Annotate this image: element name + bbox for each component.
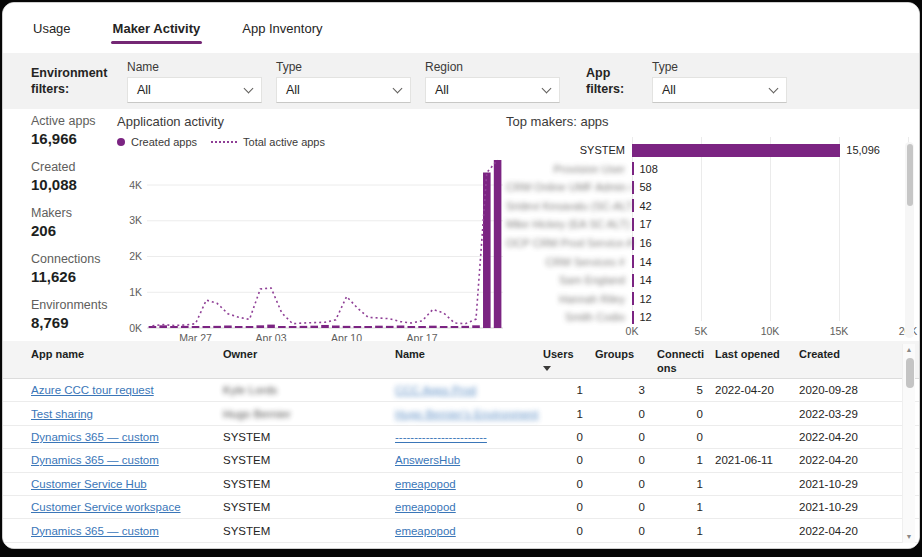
app-name-link[interactable]: Azure CCC tour request — [31, 384, 154, 396]
app-name-link[interactable]: Customer Service Hub — [31, 478, 147, 490]
created-apps-bar[interactable] — [343, 326, 351, 328]
maker-bar[interactable] — [632, 144, 840, 157]
created-apps-bar[interactable] — [278, 326, 286, 328]
app-name-link[interactable]: Test sharing — [31, 408, 93, 420]
created-apps-bar[interactable] — [300, 326, 308, 328]
connections-cell: 0 — [657, 431, 715, 443]
maker-bar[interactable] — [632, 292, 634, 305]
created-apps-bar[interactable] — [483, 173, 491, 328]
scroll-up-icon[interactable]: ▲ — [903, 344, 915, 356]
environment-type-dropdown[interactable]: All — [276, 77, 411, 103]
environment-region-dropdown[interactable]: All — [425, 77, 560, 103]
maker-row: CRM Services #14 — [506, 253, 910, 271]
maker-bar[interactable] — [632, 162, 634, 175]
created-apps-bar[interactable] — [354, 326, 362, 328]
app-type-dropdown[interactable]: All — [652, 77, 787, 103]
maker-bar[interactable] — [632, 255, 634, 268]
column-header-connections[interactable]: Connections — [657, 348, 715, 376]
created-apps-bar[interactable] — [235, 326, 243, 328]
created-apps-bar[interactable] — [224, 325, 232, 328]
tab-maker-activity[interactable]: Maker Activity — [111, 7, 203, 50]
kpi-panel: Active apps16,966Created10,088Makers206C… — [31, 114, 115, 344]
table-scrollbar[interactable]: ▲ ▼ — [902, 344, 915, 543]
created-apps-bar[interactable] — [364, 326, 372, 328]
environment-name-link[interactable]: emeapopod — [395, 525, 456, 537]
column-header-users[interactable]: Users — [543, 348, 595, 371]
environment-name-link[interactable]: AnswersHub — [395, 454, 460, 466]
column-header-last-opened[interactable]: Last opened — [715, 348, 799, 362]
tab-app-inventory[interactable]: App Inventory — [240, 7, 324, 50]
maker-bar[interactable] — [632, 274, 634, 287]
chevron-down-icon — [244, 83, 254, 93]
scroll-down-icon[interactable]: ▼ — [903, 531, 915, 543]
created-apps-bar[interactable] — [429, 326, 437, 328]
table-scroll-thumb[interactable] — [906, 358, 914, 388]
legend-created-apps-label: Created apps — [131, 136, 197, 148]
maker-bar[interactable] — [632, 181, 634, 194]
maker-bar[interactable] — [632, 311, 634, 324]
activity-chart-svg: 0K1K2K3K4KMar 27Apr 03Apr 10Apr 17 — [117, 154, 507, 346]
app-name-cell: Dynamics 365 — custom — [31, 454, 223, 466]
created-apps-bar[interactable] — [472, 325, 480, 328]
created-apps-bar[interactable] — [181, 326, 189, 328]
created-apps-bar[interactable] — [418, 326, 426, 328]
column-header-app-name[interactable]: App name — [31, 348, 223, 362]
created-apps-bar[interactable] — [246, 326, 254, 328]
app-name-link[interactable]: Customer Service workspace — [31, 501, 181, 513]
last-opened-cell: 2022-04-20 — [715, 384, 799, 396]
top-makers-scroll-thumb[interactable] — [907, 144, 913, 206]
environment-name-link[interactable]: Hugo Bernier's Environment — [395, 408, 538, 420]
maker-bar-value: 108 — [640, 163, 658, 175]
app-name-link[interactable]: Dynamics 365 — custom — [31, 431, 159, 443]
tab-usage[interactable]: Usage — [31, 7, 73, 50]
created-apps-bar[interactable] — [375, 326, 383, 328]
groups-cell: 0 — [595, 525, 657, 537]
kpi-active-apps: Active apps16,966 — [31, 114, 115, 147]
column-header-groups[interactable]: Groups — [595, 348, 657, 362]
column-header-created[interactable]: Created — [799, 348, 893, 362]
maker-category-label: Sridevi Kesavalu (SC-ALT) — [506, 200, 632, 212]
created-apps-bar[interactable] — [440, 326, 448, 328]
maker-bar[interactable] — [632, 218, 634, 231]
maker-bar[interactable] — [632, 237, 634, 250]
kpi-label: Environments — [31, 298, 115, 312]
created-apps-bar[interactable] — [159, 325, 167, 328]
maker-bar[interactable] — [632, 199, 634, 212]
environment-name-link[interactable]: emeapopod — [395, 501, 456, 513]
created-apps-bar[interactable] — [256, 325, 264, 328]
environment-name-dropdown[interactable]: All — [127, 77, 262, 103]
column-header-name[interactable]: Name — [395, 348, 543, 362]
environment-name-link[interactable]: emeapopod — [395, 478, 456, 490]
owner-cell: SYSTEM — [223, 431, 395, 443]
users-cell: 0 — [543, 431, 595, 443]
created-apps-bar[interactable] — [494, 160, 502, 328]
created-apps-bar[interactable] — [461, 326, 469, 328]
activity-chart-title: Application activity — [117, 114, 509, 129]
environment-name-link[interactable]: CCC Apps Prod — [395, 384, 476, 396]
created-apps-bar[interactable] — [397, 325, 405, 328]
groups-cell: 0 — [595, 431, 657, 443]
created-apps-bar[interactable] — [321, 325, 329, 328]
maker-row: Smith Codio12 — [506, 308, 910, 326]
created-apps-bar[interactable] — [386, 326, 394, 328]
created-apps-bar[interactable] — [192, 326, 200, 328]
environment-name-link[interactable]: ------------------------ — [395, 431, 487, 443]
column-header-owner[interactable]: Owner — [223, 348, 395, 362]
created-apps-bar[interactable] — [408, 326, 416, 328]
column-header-label: Created — [799, 348, 840, 360]
kpi-label: Created — [31, 160, 115, 174]
app-name-link[interactable]: Dynamics 365 — custom — [31, 454, 159, 466]
created-apps-bar[interactable] — [149, 326, 157, 328]
created-apps-bar[interactable] — [203, 326, 211, 328]
app-name-cell: Dynamics 365 — custom — [31, 525, 223, 537]
created-apps-bar[interactable] — [451, 326, 459, 328]
created-apps-bar[interactable] — [332, 325, 340, 328]
top-makers-scrollbar[interactable] — [905, 142, 914, 338]
maker-category-label: Provision User — [506, 163, 632, 175]
created-apps-bar[interactable] — [213, 326, 221, 328]
created-apps-bar[interactable] — [289, 326, 297, 328]
created-apps-bar[interactable] — [310, 326, 318, 328]
created-cell: 2022-04-20 — [799, 454, 893, 466]
created-apps-bar[interactable] — [267, 325, 275, 328]
app-name-link[interactable]: Dynamics 365 — custom — [31, 525, 159, 537]
